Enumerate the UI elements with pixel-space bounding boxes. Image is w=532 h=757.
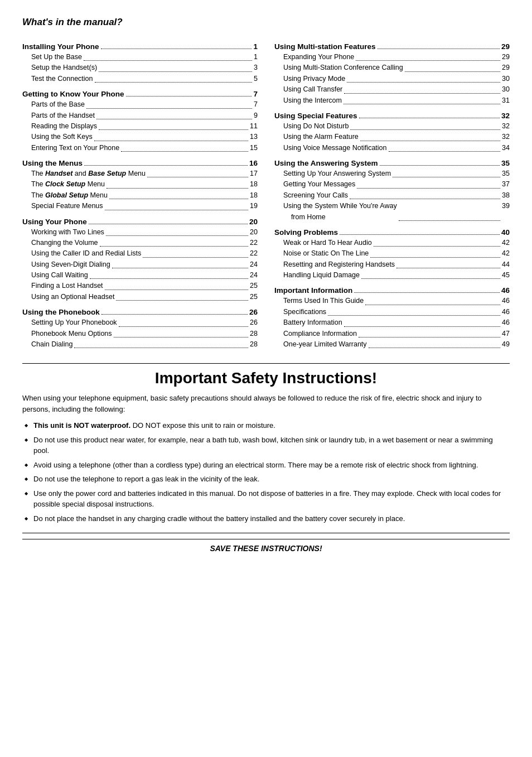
toc-dots — [126, 96, 252, 97]
list-item: Changing the Volume22 — [22, 238, 258, 248]
list-item: Using Privacy Mode30 — [274, 74, 510, 84]
list-item: Use only the power cord and batteries in… — [22, 488, 510, 510]
toc-section-importantinfo-label: Important Information — [274, 286, 352, 295]
list-item: Getting Your Messages37 — [274, 179, 510, 190]
toc-section-multistation-label: Using Multi-station Features — [274, 42, 376, 51]
list-item: The Global Setup Menu 18 — [22, 190, 258, 201]
list-item: Terms Used In This Guide46 — [274, 296, 510, 306]
list-item: Using the Alarm Feature32 — [274, 132, 510, 142]
toc-section-getting-to-know: Getting to Know Your Phone 7 — [22, 90, 258, 98]
toc-section-phonebook-label: Using the Phonebook — [22, 308, 100, 316]
list-item: Setup the Handset(s)3 — [22, 62, 258, 73]
toc-section-specialfeatures-page: 32 — [501, 112, 510, 120]
toc-dots — [89, 224, 248, 224]
list-item: Noise or Static On The Line42 — [274, 248, 510, 259]
list-item: Entering Text on Your Phone15 — [22, 143, 258, 153]
list-item: Parts of the Base7 — [22, 99, 258, 110]
list-item: Weak or Hard To Hear Audio42 — [274, 238, 510, 248]
list-item: Working with Two Lines20 — [22, 227, 258, 238]
list-item: Setting Up Your Answering System35 — [274, 168, 510, 179]
toc-dots — [378, 49, 500, 49]
toc-section-answering-system: Using the Answering System 35 — [274, 159, 510, 167]
list-item: Using Voice Message Notification34 — [274, 143, 510, 153]
toc-section-multistation-page: 29 — [501, 42, 510, 51]
toc-section-gettingtoknow-label: Getting to Know Your Phone — [22, 90, 124, 98]
page-title: What's in the manual? — [22, 17, 510, 28]
list-item: Compliance Information47 — [274, 329, 510, 339]
list-item: Specifications46 — [274, 307, 510, 317]
safety-list: This unit is NOT waterproof. DO NOT expo… — [22, 420, 510, 524]
list-item: Expanding Your Phone29 — [274, 52, 510, 62]
toc-section-gettingtoknow-page: 7 — [253, 90, 258, 98]
list-item: Set Up the Base1 — [22, 52, 258, 62]
list-item: Using Do Not Disturb32 — [274, 121, 510, 132]
list-item: Using Call Transfer30 — [274, 84, 510, 95]
save-instructions: SAVE THESE INSTRUCTIONS! — [22, 539, 510, 555]
list-item: Parts of the Handset9 — [22, 110, 258, 121]
toc-section-solvingproblems-label: Solving Problems — [274, 228, 338, 237]
toc-section-menus-label: Using the Menus — [22, 159, 83, 167]
toc-section-phonebook-page: 26 — [249, 308, 258, 316]
toc-section-answeringsystem-page: 35 — [501, 159, 510, 167]
toc-section-using-phone: Using Your Phone 20 — [22, 218, 258, 226]
list-item: Using the System While You're Away from … — [274, 201, 510, 223]
toc-section-usingphone-label: Using Your Phone — [22, 218, 87, 226]
toc-left-column: Installing Your Phone 1 Set Up the Base1… — [22, 37, 258, 350]
toc-dots — [359, 118, 500, 118]
list-item: Using the Intercom31 — [274, 95, 510, 106]
list-item: Using the Caller ID and Redial Lists22 — [22, 248, 258, 259]
list-item: Using the Soft Keys13 — [22, 132, 258, 142]
toc-section-phonebook: Using the Phonebook 26 — [22, 308, 258, 316]
list-item: Battery Information46 — [274, 317, 510, 328]
list-item: Reading the Displays11 — [22, 121, 258, 132]
list-item: Setting Up Your Phonebook26 — [22, 317, 258, 328]
list-item: Using Multi-Station Conference Calling29 — [274, 62, 510, 73]
list-item: Using Seven-Digit Dialing24 — [22, 259, 258, 270]
safety-title: Important Safety Instructions! — [22, 369, 510, 387]
toc-dots — [380, 165, 500, 166]
toc-dots — [84, 165, 248, 166]
list-item: Using Call Waiting24 — [22, 270, 258, 281]
toc-container: Installing Your Phone 1 Set Up the Base1… — [22, 37, 510, 350]
safety-section: Important Safety Instructions! When usin… — [22, 363, 510, 533]
toc-section-answeringsystem-label: Using the Answering System — [274, 159, 378, 167]
list-item: Test the Connection5 — [22, 74, 258, 84]
safety-intro: When using your telephone equipment, bas… — [22, 393, 510, 414]
toc-section-menus: Using the Menus 16 — [22, 159, 258, 167]
toc-dots — [101, 314, 248, 315]
list-item: Resetting and Registering Handsets44 — [274, 259, 510, 270]
list-item: One-year Limited Warranty49 — [274, 339, 510, 350]
list-item: Do not use this product near water, for … — [22, 435, 510, 456]
toc-section-menus-page: 16 — [249, 159, 258, 167]
list-item: Avoid using a telephone (other than a co… — [22, 460, 510, 471]
toc-section-usingphone-page: 20 — [249, 218, 258, 226]
toc-section-special-features: Using Special Features 32 — [274, 112, 510, 120]
toc-dots — [101, 49, 252, 49]
list-item: Chain Dialing28 — [22, 339, 258, 350]
toc-section-importantinfo-page: 46 — [501, 286, 510, 295]
list-item: Using an Optional Headset25 — [22, 292, 258, 302]
list-item: This unit is NOT waterproof. DO NOT expo… — [22, 420, 510, 431]
list-item: Do not place the handset in any charging… — [22, 513, 510, 524]
toc-section-specialfeatures-label: Using Special Features — [274, 112, 357, 120]
list-item: The Handset and Base Setup Menu 17 — [22, 168, 258, 179]
list-item: Screening Your Calls38 — [274, 190, 510, 201]
toc-right-column: Using Multi-station Features 29 Expandin… — [274, 37, 510, 350]
toc-section-solvingproblems-page: 40 — [501, 228, 510, 237]
toc-dots — [340, 234, 500, 235]
toc-section-installing-label: Installing Your Phone — [22, 42, 99, 51]
toc-section-multistation: Using Multi-station Features 29 — [274, 42, 510, 51]
toc-section-important-info: Important Information 46 — [274, 286, 510, 295]
list-item: Handling Liquid Damage45 — [274, 270, 510, 281]
list-item: The Clock Setup Menu 18 — [22, 179, 258, 190]
toc-section-installing-page: 1 — [253, 42, 258, 51]
toc-section-solving-problems: Solving Problems 40 — [274, 228, 510, 237]
toc-dots — [354, 292, 500, 293]
toc-section-installing: Installing Your Phone 1 — [22, 42, 258, 51]
list-item: Finding a Lost Handset25 — [22, 281, 258, 291]
list-item: Special Feature Menus19 — [22, 201, 258, 211]
list-item: Do not use the telephone to report a gas… — [22, 474, 510, 485]
list-item: Phonebook Menu Options28 — [22, 329, 258, 339]
